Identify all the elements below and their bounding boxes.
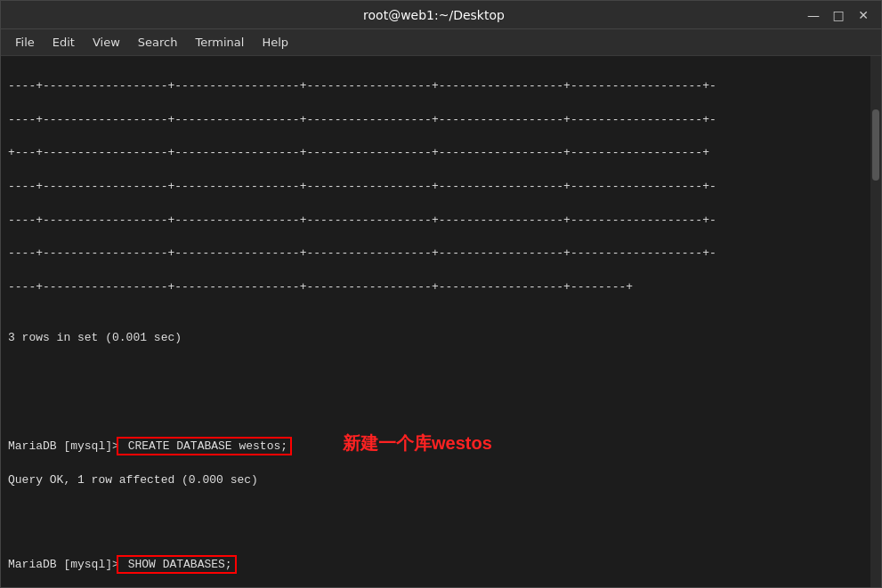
sep-line-5: ----+------------------+----------------… — [8, 213, 874, 230]
sep-line-1: ----+------------------+----------------… — [8, 78, 874, 95]
prompt-line-2: MariaDB [mysql]> SHOW DATABASES; — [8, 557, 874, 574]
annotation-text: 新建一个库westos — [343, 433, 492, 453]
menu-edit[interactable]: Edit — [45, 33, 82, 52]
menu-terminal[interactable]: Terminal — [188, 33, 251, 52]
window-controls: — □ ✕ — [805, 6, 872, 24]
sep-line-6: ----+------------------+----------------… — [8, 246, 874, 262]
terminal-output: ----+------------------+----------------… — [8, 61, 874, 587]
sep-line-3: +---+------------------+----------------… — [8, 145, 874, 162]
window-title: root@web1:~/Desktop — [63, 8, 805, 22]
terminal-body[interactable]: ----+------------------+----------------… — [1, 56, 881, 587]
cmd1-highlight: CREATE DATABASE westos; — [119, 439, 289, 453]
prompt-line-1: MariaDB [mysql]> CREATE DATABASE westos;… — [8, 414, 874, 456]
blank-line-2 — [8, 523, 874, 540]
menu-help[interactable]: Help — [255, 33, 295, 52]
sep-line-7: ----+------------------+----------------… — [8, 279, 874, 296]
rows-info-1: 3 rows in set (0.001 sec) — [8, 330, 874, 347]
title-bar: root@web1:~/Desktop — □ ✕ — [1, 1, 881, 29]
scrollbar[interactable] — [870, 56, 881, 587]
sep-line-4: ----+------------------+----------------… — [8, 179, 874, 196]
sep-line-2: ----+------------------+----------------… — [8, 112, 874, 129]
cmd2-highlight: SHOW DATABASES; — [119, 558, 234, 571]
close-button[interactable]: ✕ — [854, 6, 872, 24]
query-ok-line: Query OK, 1 row affected (0.000 sec) — [8, 472, 874, 489]
menu-search[interactable]: Search — [131, 33, 185, 52]
scrollbar-thumb[interactable] — [872, 109, 879, 181]
menu-file[interactable]: File — [8, 33, 42, 52]
terminal-window: root@web1:~/Desktop — □ ✕ File Edit View… — [0, 0, 882, 588]
minimize-button[interactable]: — — [805, 6, 822, 24]
menu-bar: File Edit View Search Terminal Help — [1, 29, 881, 56]
maximize-button[interactable]: □ — [829, 6, 847, 24]
blank-line-1 — [8, 380, 874, 397]
menu-view[interactable]: View — [85, 33, 127, 52]
